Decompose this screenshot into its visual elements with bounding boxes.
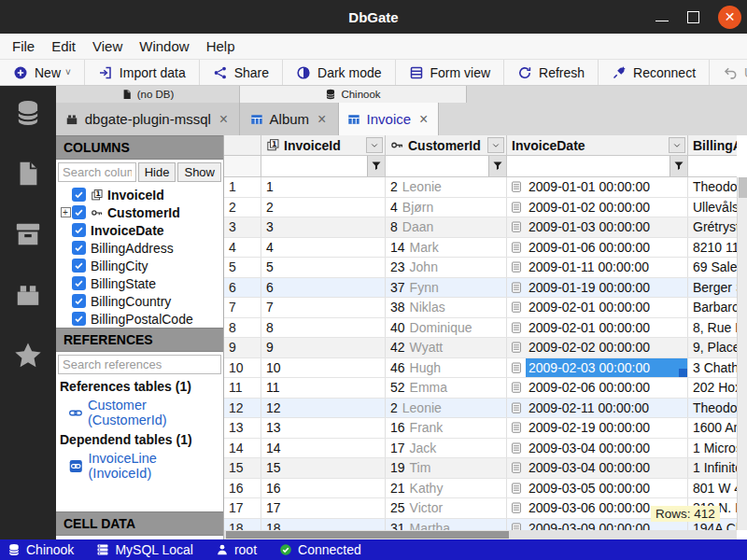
cell-billing-address[interactable]: 8, Rue Hanovre	[688, 318, 737, 338]
cell-invoice-date[interactable]: 2009-03-04 00:00:00	[507, 458, 688, 478]
cell-invoice-date[interactable]: 2009-03-05 00:00:00	[507, 479, 688, 498]
cell-billing-address[interactable]: 8210 111 ST NW	[688, 238, 737, 258]
column-item-billingstate[interactable]: BillingState	[56, 274, 223, 292]
cell-invoice-date[interactable]: 2009-01-06 00:00:00	[507, 238, 688, 258]
import-data-button[interactable]: Import data	[85, 60, 200, 85]
row-number-cell[interactable]: 9	[224, 338, 261, 357]
cell-invoice-id[interactable]: 14	[261, 439, 386, 458]
cell-customer-id[interactable]: 21Kathy	[386, 479, 507, 498]
sidebar-item-archive[interactable]	[14, 220, 42, 251]
filter-input-customerid[interactable]	[386, 156, 488, 176]
row-number-cell[interactable]: 6	[224, 278, 261, 298]
column-checkbox[interactable]	[72, 205, 86, 219]
column-checkbox[interactable]	[72, 223, 86, 237]
cell-invoice-date[interactable]: 2009-02-03 00:00:00	[507, 358, 688, 378]
row-number-cell[interactable]: 1	[224, 177, 261, 197]
column-checkbox[interactable]	[72, 276, 86, 290]
row-number-cell[interactable]: 12	[224, 399, 261, 418]
tab-dbgate-plugin-mssql[interactable]: dbgate-plugin-mssql×	[56, 103, 240, 135]
vertical-scrollbar[interactable]	[737, 177, 747, 530]
row-number-cell[interactable]: 7	[224, 298, 261, 317]
cell-invoice-date[interactable]: 2009-01-11 00:00:00	[507, 258, 688, 277]
cell-billing-address[interactable]: Barbarossastraße 19	[688, 298, 737, 317]
filter-input-invoiceid[interactable]	[261, 156, 367, 176]
menu-item-window[interactable]: Window	[131, 38, 197, 54]
cell-invoice-date[interactable]: 2009-02-01 00:00:00	[507, 318, 688, 338]
search-references-input[interactable]	[58, 355, 221, 374]
cell-invoice-id[interactable]: 16	[261, 479, 386, 498]
cell-invoice-date[interactable]: 2009-02-02 00:00:00	[507, 338, 688, 357]
column-menu-button[interactable]	[366, 137, 383, 153]
filter-funnel-button[interactable]	[669, 156, 687, 176]
cell-invoice-date[interactable]: 2009-02-06 00:00:00	[507, 378, 688, 398]
cell-invoice-date[interactable]: 2009-02-19 00:00:00	[507, 418, 688, 438]
cell-billing-address[interactable]: 9, Place Louis Barthou	[688, 338, 737, 357]
column-header-customerid[interactable]: CustomerId	[386, 135, 507, 155]
column-checkbox[interactable]	[72, 188, 86, 202]
cell-customer-id[interactable]: 2Leonie	[386, 177, 507, 197]
cell-customer-id[interactable]: 23John	[386, 258, 507, 277]
column-header-invoiceid[interactable]: 1InvoiceId	[261, 135, 386, 155]
status-root[interactable]: root	[216, 542, 257, 557]
cell-customer-id[interactable]: 40Dominique	[386, 318, 507, 338]
status-chinook[interactable]: Chinook	[7, 542, 74, 557]
search-columns-input[interactable]	[58, 162, 136, 182]
cell-billing-address[interactable]: Theodor-Heuss-Straße 34	[688, 399, 737, 418]
row-number-cell[interactable]: 4	[224, 238, 261, 258]
cell-billing-address[interactable]: Theodor-Heuss-Straße 34	[688, 177, 737, 197]
references-section-header[interactable]: REFERENCES	[56, 328, 223, 352]
dark-mode-button[interactable]: Dark mode	[283, 60, 395, 85]
cell-customer-id[interactable]: 8Daan	[386, 217, 507, 237]
row-number-cell[interactable]: 13	[224, 418, 261, 438]
cell-customer-id[interactable]: 14Mark	[386, 238, 507, 258]
column-checkbox[interactable]	[72, 241, 86, 255]
cell-invoice-id[interactable]: 1	[261, 177, 386, 197]
cell-billing-address[interactable]: Grétrystraat 63	[688, 217, 737, 237]
tab-album[interactable]: Album×	[240, 103, 339, 135]
column-item-invoiceid[interactable]: 1InvoiceId	[56, 186, 223, 203]
column-header-invoicedate[interactable]: InvoiceDate	[507, 135, 688, 155]
cell-customer-id[interactable]: 37Fynn	[386, 278, 507, 298]
undo-button[interactable]: Undo	[710, 60, 747, 85]
cell-invoice-id[interactable]: 3	[261, 217, 386, 237]
cell-invoice-id[interactable]: 7	[261, 298, 386, 317]
column-header-billingaddress[interactable]: BillingAddress	[688, 135, 737, 155]
cell-invoice-id[interactable]: 2	[261, 198, 386, 217]
column-checkbox[interactable]	[72, 294, 86, 308]
cell-invoice-id[interactable]: 6	[261, 278, 386, 298]
new-button[interactable]: New˅	[0, 60, 85, 85]
sidebar-item-databases[interactable]	[14, 99, 42, 130]
cell-invoice-id[interactable]: 15	[261, 458, 386, 478]
cell-billing-address[interactable]: 1600 Amphitheatre Parkway	[688, 418, 737, 438]
status-mysql-local[interactable]: MySQL Local	[96, 542, 193, 557]
cell-customer-id[interactable]: 4Bjørn	[386, 198, 507, 217]
selection-fill-handle[interactable]	[679, 369, 687, 377]
filter-input-billingaddress[interactable]	[688, 156, 737, 176]
cell-invoice-id[interactable]: 18	[261, 519, 386, 531]
cell-customer-id[interactable]: 17Jack	[386, 439, 507, 458]
cell-invoice-date[interactable]: 2009-03-04 00:00:00	[507, 439, 688, 458]
cell-invoice-date[interactable]: 2009-02-11 00:00:00	[507, 399, 688, 418]
cell-data-section-header[interactable]: CELL DATA	[56, 511, 223, 536]
column-checkbox[interactable]	[72, 312, 86, 326]
share-button[interactable]: Share	[200, 60, 283, 85]
columns-section-header[interactable]: COLUMNS	[56, 135, 223, 160]
cell-customer-id[interactable]: 31Martha	[386, 519, 507, 531]
tab-invoice[interactable]: Invoice×	[339, 103, 439, 135]
cell-billing-address[interactable]: 202 Hoxton Street	[688, 378, 737, 398]
cell-billing-address[interactable]: 3 Chatham Street	[688, 358, 737, 378]
cell-invoice-date[interactable]: 2009-01-02 00:00:00	[507, 198, 688, 217]
column-item-invoicedate[interactable]: InvoiceDate	[56, 221, 223, 239]
status-connected[interactable]: Connected	[279, 542, 361, 557]
cell-invoice-id[interactable]: 10	[261, 358, 386, 378]
sidebar-item-plugins[interactable]	[14, 281, 42, 312]
column-item-billingpostalcode[interactable]: BillingPostalCode	[56, 310, 223, 328]
refresh-button[interactable]: Refresh	[504, 60, 599, 85]
cell-billing-address[interactable]: 801 W 4th Street	[688, 479, 737, 498]
vertical-scrollbar-thumb[interactable]	[739, 177, 747, 198]
menu-item-file[interactable]: File	[4, 38, 43, 54]
column-checkbox[interactable]	[72, 259, 86, 273]
cell-invoice-date[interactable]: 2009-01-01 00:00:00	[507, 177, 688, 197]
cell-customer-id[interactable]: 25Victor	[386, 498, 507, 518]
cell-invoice-id[interactable]: 8	[261, 318, 386, 338]
